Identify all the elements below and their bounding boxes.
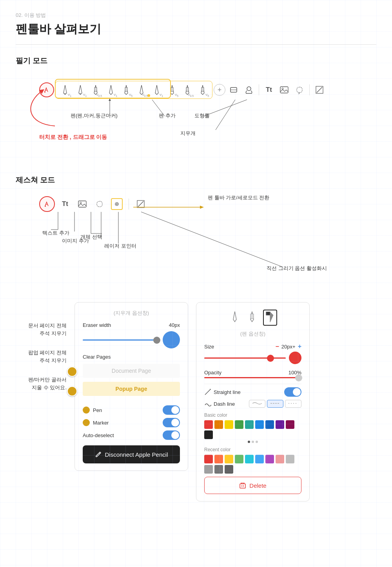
recent-color-swatch[interactable] <box>245 455 254 463</box>
gesture-icon[interactable] <box>242 83 256 97</box>
recent-color-swatch[interactable] <box>286 455 294 463</box>
image-icon[interactable] <box>277 83 291 97</box>
pen-v1-icon[interactable]: V1 <box>58 83 72 97</box>
eraser-width-label: Eraser width <box>83 322 111 328</box>
lasso-icon[interactable] <box>292 83 307 97</box>
gesture-laser-icon[interactable] <box>110 197 124 211</box>
marker-toggle[interactable] <box>163 418 180 427</box>
color-swatch[interactable] <box>245 420 254 429</box>
dash-line-label: Dash line <box>214 401 235 407</box>
auto-deselect-row: Auto-deselect <box>83 430 180 440</box>
size-slider-track[interactable] <box>204 357 286 359</box>
gesture-image-icon[interactable] <box>75 197 89 211</box>
pen-v05c-icon[interactable]: V0.5 <box>134 83 149 97</box>
gesture-active-icon[interactable] <box>39 196 55 212</box>
svg-marker-7 <box>109 85 113 95</box>
color-swatch[interactable] <box>225 420 233 429</box>
text-icon[interactable]: Tt <box>262 83 276 97</box>
pen-preview-area <box>204 310 301 326</box>
svg-rect-53 <box>240 484 245 488</box>
svg-rect-50 <box>266 312 270 315</box>
popup-page-button[interactable]: Popup Page <box>83 382 180 396</box>
pen-v05-icon[interactable]: V0.5 <box>89 83 103 97</box>
opacity-label: Opacity <box>204 370 221 376</box>
breadcrumb: 02. 이용 방법 <box>16 12 376 19</box>
add-pen-icon[interactable]: + <box>214 84 225 96</box>
obj-select-label: 개체 선택 <box>80 233 102 241</box>
pen-v5b-icon[interactable]: V5 <box>165 83 179 97</box>
trash-icon <box>239 482 246 489</box>
opacity-slider-thumb[interactable] <box>295 374 302 381</box>
svg-rect-6 <box>94 88 97 91</box>
gesture-straight-icon[interactable] <box>134 197 148 211</box>
recent-color-swatch[interactable] <box>204 465 213 474</box>
size-slider-row <box>204 352 301 364</box>
size-slider-thumb[interactable] <box>267 355 274 362</box>
color-swatch[interactable] <box>235 420 243 429</box>
color-swatch[interactable] <box>255 420 264 429</box>
delete-button[interactable]: Delete <box>204 477 301 494</box>
svg-line-24 <box>317 87 322 93</box>
gesture-lasso-icon[interactable] <box>93 197 107 211</box>
pen-preview-3 <box>263 310 277 326</box>
document-page-button[interactable]: Document Page <box>83 364 180 378</box>
pen-toggle[interactable] <box>163 405 180 415</box>
size-value: 20px+ <box>281 344 296 350</box>
color-swatch[interactable] <box>204 430 213 439</box>
color-swatch[interactable] <box>286 420 294 429</box>
pen-v1-c-icon[interactable]: V1 <box>104 83 118 97</box>
svg-rect-13 <box>171 88 173 91</box>
laser-pointer-label: 레이저 포인터 <box>104 242 136 250</box>
recent-color-swatch[interactable] <box>255 455 264 463</box>
pen-preview-1 <box>229 310 241 324</box>
pen-v05b-icon[interactable]: V5 <box>119 83 133 97</box>
recent-color-swatch[interactable] <box>214 465 223 474</box>
eraser-slider-track[interactable] <box>83 339 160 341</box>
pen-label: 펜(펜,마커,둥근마커) <box>71 112 118 119</box>
recent-color-swatch[interactable] <box>235 455 243 463</box>
auto-deselect-toggle[interactable] <box>163 430 180 440</box>
toolbar-divider2 <box>309 84 310 95</box>
pen-v5c-icon[interactable]: V5 <box>196 83 210 97</box>
eraser-label: 지우개 <box>180 130 196 137</box>
pen-add-label: 펜 추가 <box>159 112 176 119</box>
color-swatch[interactable] <box>276 420 284 429</box>
pen-v1-d-icon[interactable]: V1 <box>150 83 164 97</box>
disconnect-button[interactable]: Disconnect Apple Pencil <box>83 445 180 463</box>
touch-convert-label: 터치로 전환 , 드래그로 이동 <box>39 134 107 141</box>
pen-options-panel: (펜 옵션창) Size – 20px+ + Opacity 100% <box>196 302 310 501</box>
straight-line-toggle[interactable] <box>284 387 301 397</box>
recent-color-swatch[interactable] <box>265 455 274 463</box>
svg-marker-37 <box>200 206 204 209</box>
dash-opt-3[interactable] <box>285 400 301 408</box>
pencil-icon <box>95 451 102 458</box>
color-swatch[interactable] <box>204 420 213 429</box>
recent-color-swatch[interactable] <box>225 455 233 463</box>
recent-color-swatch[interactable] <box>214 455 223 463</box>
size-plus-icon[interactable]: + <box>298 343 301 350</box>
basic-color-row[interactable] <box>204 420 301 439</box>
dash-options <box>249 400 301 408</box>
dash-opt-1[interactable] <box>249 400 265 408</box>
color-swatch[interactable] <box>214 420 223 429</box>
dash-opt-2[interactable] <box>267 400 283 408</box>
eraser-slider-thumb[interactable] <box>153 337 160 344</box>
pen-v05d-icon[interactable]: V0.5 <box>180 83 194 97</box>
marker-toggle-label: Marker <box>93 420 109 426</box>
straight-line-icon[interactable] <box>312 83 327 97</box>
divider <box>16 44 376 45</box>
svg-point-20 <box>247 87 251 91</box>
recent-color-swatch[interactable] <box>225 465 233 474</box>
eraser-icon[interactable] <box>227 83 241 97</box>
gesture-text-icon[interactable]: Tt <box>58 197 72 211</box>
recent-color-swatch[interactable] <box>204 455 213 463</box>
pen-v1-b-icon[interactable]: V1 <box>73 83 87 97</box>
opacity-slider-track[interactable] <box>204 377 301 378</box>
recent-color-swatch[interactable] <box>276 455 284 463</box>
active-pen-icon[interactable] <box>39 82 54 97</box>
recent-color-row[interactable] <box>204 455 301 474</box>
opacity-row: Opacity 100% <box>204 370 301 376</box>
color-swatch[interactable] <box>265 420 274 429</box>
toolbar-divider3 <box>129 199 129 210</box>
size-minus-icon[interactable]: – <box>276 343 279 350</box>
